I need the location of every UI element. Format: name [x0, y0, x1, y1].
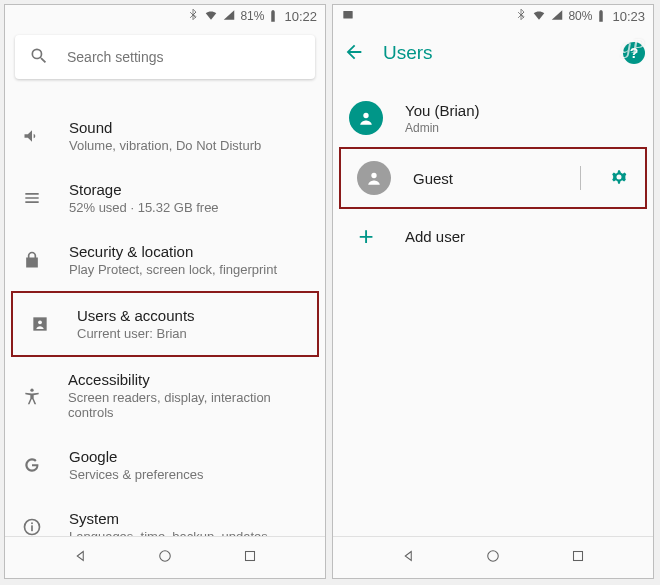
left-screenshot: 81% 10:22 Search settings Sound Volume, … [4, 4, 326, 579]
sound-icon [21, 126, 43, 146]
accessibility-icon [21, 386, 42, 406]
bluetooth-icon [186, 8, 200, 25]
row-sub: Languages, time, backup, updates [69, 529, 268, 536]
svg-point-11 [371, 173, 376, 178]
status-bar: 80% 10:23 [333, 5, 653, 27]
plus-icon: + [349, 221, 383, 252]
clock: 10:23 [612, 9, 645, 24]
svg-point-7 [160, 551, 171, 562]
nav-recent-icon[interactable] [241, 547, 259, 568]
user-row-guest[interactable]: Guest [339, 147, 647, 209]
wifi-icon [204, 8, 218, 25]
battery-indicator: 81% [240, 9, 280, 23]
gear-icon[interactable] [609, 167, 629, 190]
user-title: Guest [413, 170, 552, 187]
row-title: Accessibility [68, 371, 309, 388]
user-sub: Admin [405, 121, 637, 135]
row-title: Google [69, 448, 203, 465]
settings-list: Sound Volume, vibration, Do Not Disturb … [5, 87, 325, 536]
svg-rect-4 [31, 522, 33, 524]
row-storage[interactable]: Storage 52% used · 15.32 GB free [5, 167, 325, 229]
signal-icon [550, 8, 564, 25]
row-title: Storage [69, 181, 219, 198]
lock-icon [21, 250, 43, 270]
info-icon [21, 517, 43, 536]
page-title: Users [383, 42, 433, 64]
back-button[interactable] [343, 41, 365, 66]
row-accessibility[interactable]: Accessibility Screen readers, display, i… [5, 357, 325, 434]
users-list: You (Brian) Admin Guest + Add user [333, 79, 653, 536]
account-icon [29, 314, 51, 334]
google-icon [21, 455, 43, 475]
search-placeholder: Search settings [67, 49, 164, 65]
nav-bar [5, 536, 325, 578]
nav-bar [333, 536, 653, 578]
search-icon [29, 46, 49, 69]
nav-back-icon[interactable] [400, 547, 418, 568]
row-sub: Current user: Brian [77, 326, 195, 341]
nav-home-icon[interactable] [484, 547, 502, 568]
nav-home-icon[interactable] [156, 547, 174, 568]
screenshot-notif-icon [341, 8, 355, 25]
row-title: System [69, 510, 268, 527]
svg-rect-3 [31, 525, 33, 531]
svg-point-10 [363, 113, 368, 118]
row-sub: Services & preferences [69, 467, 203, 482]
user-row-you[interactable]: You (Brian) Admin [333, 89, 653, 147]
row-sound[interactable]: Sound Volume, vibration, Do Not Disturb [5, 105, 325, 167]
battery-percent: 81% [240, 9, 264, 23]
svg-rect-13 [573, 552, 582, 561]
signal-icon [222, 8, 236, 25]
avatar-icon [349, 101, 383, 135]
svg-rect-8 [245, 552, 254, 561]
row-sub: Play Protect, screen lock, fingerprint [69, 262, 277, 277]
status-bar: 81% 10:22 [5, 5, 325, 27]
svg-point-1 [30, 388, 33, 391]
bluetooth-icon [514, 8, 528, 25]
right-screenshot: 80% 10:23 Users ? gP You (Brian) Admin G… [332, 4, 654, 579]
row-security[interactable]: Security & location Play Protect, screen… [5, 229, 325, 291]
clock: 10:22 [284, 9, 317, 24]
avatar-icon [357, 161, 391, 195]
row-sub: Volume, vibration, Do Not Disturb [69, 138, 261, 153]
search-settings[interactable]: Search settings [15, 35, 315, 79]
app-bar: Users ? [333, 27, 653, 79]
add-user-label: Add user [405, 228, 637, 245]
row-sub: 52% used · 15.32 GB free [69, 200, 219, 215]
row-sub: Screen readers, display, interaction con… [68, 390, 309, 420]
battery-percent: 80% [568, 9, 592, 23]
svg-rect-9 [343, 10, 352, 18]
row-users-accounts[interactable]: Users & accounts Current user: Brian [11, 291, 319, 357]
battery-indicator: 80% [568, 9, 608, 23]
user-title: You (Brian) [405, 102, 637, 119]
nav-back-icon[interactable] [72, 547, 90, 568]
row-title: Sound [69, 119, 261, 136]
svg-point-12 [488, 551, 499, 562]
wifi-icon [532, 8, 546, 25]
divider [580, 166, 581, 190]
svg-point-0 [38, 320, 42, 324]
nav-recent-icon[interactable] [569, 547, 587, 568]
row-system[interactable]: System Languages, time, backup, updates [5, 496, 325, 536]
row-google[interactable]: Google Services & preferences [5, 434, 325, 496]
add-user-row[interactable]: + Add user [333, 209, 653, 264]
help-button[interactable]: ? [623, 42, 645, 64]
row-title: Security & location [69, 243, 277, 260]
row-title: Users & accounts [77, 307, 195, 324]
storage-icon [21, 188, 43, 208]
